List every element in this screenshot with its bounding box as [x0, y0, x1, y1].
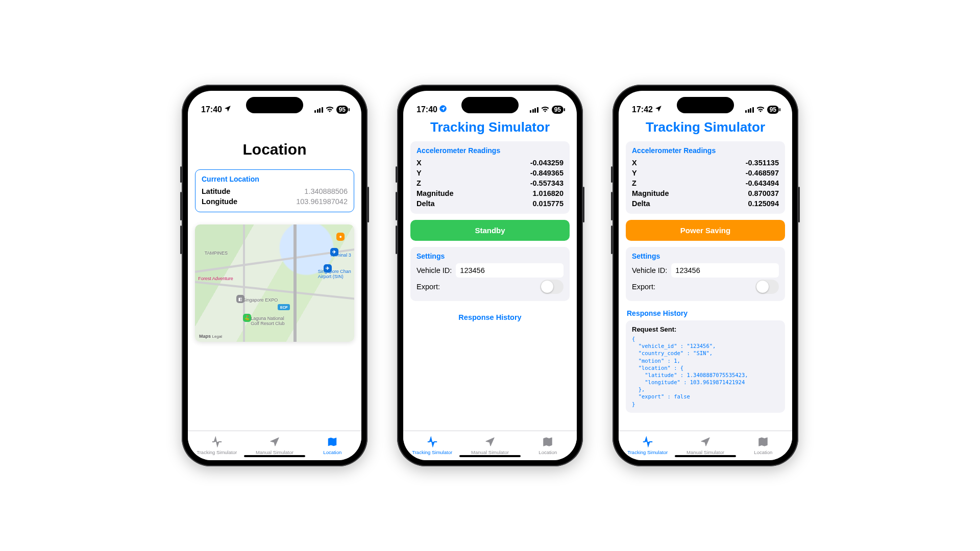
tab-label: Manual Simulator: [471, 449, 509, 455]
export-label: Export:: [416, 283, 440, 291]
phone-tracking-powersaving: 17:42 95 Tracking Simulator Acceleromete…: [612, 85, 798, 466]
map-icon: [542, 436, 554, 448]
map-view[interactable]: TAMPINES Forest Adventure Singapore EXPO…: [195, 224, 354, 342]
export-label: Export:: [632, 283, 655, 291]
map-pin-terminal[interactable]: ✈: [330, 248, 338, 256]
status-button[interactable]: Standby: [410, 220, 570, 241]
phone-location: 17:40 95 Location Current Location Latit…: [182, 85, 368, 466]
dynamic-island: [246, 97, 303, 113]
tab-label: Location: [538, 449, 557, 455]
accel-row-delta: Delta0.015775: [416, 198, 564, 209]
vehicle-id-input[interactable]: [671, 263, 779, 278]
settings-card: Settings Vehicle ID: Export:: [410, 247, 570, 301]
status-time: 17:40: [416, 105, 437, 114]
vehicle-id-label: Vehicle ID:: [416, 266, 452, 274]
tab-location[interactable]: Location: [304, 431, 361, 460]
longitude-label: Longitude: [202, 197, 237, 206]
accel-row-y: Y-0.849365: [416, 168, 564, 178]
accel-row-x: X-0.043259: [416, 158, 564, 168]
wifi-icon: [541, 105, 549, 114]
map-pin-airport[interactable]: ✈: [324, 264, 332, 272]
vehicle-id-input[interactable]: [456, 263, 564, 278]
request-sent-title: Request Sent:: [632, 325, 779, 333]
vehicle-id-row: Vehicle ID:: [416, 263, 564, 278]
battery-indicator: 95: [336, 106, 348, 114]
status-time: 17:42: [632, 105, 653, 114]
cellular-signal-icon: [314, 107, 323, 113]
cellular-signal-icon: [745, 107, 754, 113]
location-services-icon: [655, 105, 662, 114]
activity-icon: [642, 436, 654, 448]
tab-tracking-simulator[interactable]: Tracking Simulator: [619, 431, 676, 460]
tab-label: Tracking Simulator: [627, 449, 668, 455]
battery-indicator: 95: [552, 106, 564, 114]
map-icon: [757, 436, 769, 448]
accel-row-x: X-0.351135: [632, 158, 779, 168]
latitude-label: Latitude: [202, 187, 230, 195]
tab-label: Manual Simulator: [687, 449, 724, 455]
map-label-airport: Singapore Chan Airport (SIN): [318, 269, 351, 279]
card-title: Settings: [416, 252, 564, 260]
battery-indicator: 95: [767, 106, 779, 114]
accel-row-y: Y-0.468597: [632, 168, 779, 178]
status-button[interactable]: Power Saving: [626, 220, 785, 241]
activity-icon: [211, 436, 223, 448]
dynamic-island: [677, 97, 734, 113]
longitude-row: Longitude 103.961987042: [202, 196, 348, 207]
vehicle-id-row: Vehicle ID:: [632, 263, 779, 278]
response-history-title: Response History: [627, 309, 784, 317]
map-attribution: Maps Legal: [199, 334, 222, 339]
activity-icon: [426, 436, 438, 448]
map-label-forest: Forest Adventure: [198, 276, 233, 281]
current-location-card: Current Location Latitude 1.340888506 Lo…: [195, 169, 354, 212]
location-services-icon: [224, 105, 231, 114]
latitude-value: 1.340888506: [304, 187, 348, 195]
map-pin-golf[interactable]: ⛳: [243, 314, 251, 322]
navigation-icon: [699, 436, 712, 448]
map-label-tampines: TAMPINES: [205, 251, 228, 256]
page-title: Location: [195, 141, 354, 158]
response-history-link[interactable]: Response History: [410, 313, 570, 321]
export-toggle[interactable]: [755, 280, 779, 294]
map-pin-expo[interactable]: ◧: [236, 295, 244, 303]
tab-label: Tracking Simulator: [197, 449, 237, 455]
latitude-row: Latitude 1.340888506: [202, 186, 348, 196]
map-label-laguna: Laguna National Golf Resort Club: [251, 316, 285, 326]
map-label-expo: Singapore EXPO: [243, 297, 278, 303]
page-title: Tracking Simulator: [410, 119, 570, 135]
export-toggle[interactable]: [540, 280, 564, 294]
wifi-icon: [326, 105, 334, 114]
status-time: 17:40: [201, 105, 222, 114]
tab-label: Location: [323, 449, 341, 455]
tab-tracking-simulator[interactable]: Tracking Simulator: [188, 431, 246, 460]
location-services-active-icon: [439, 105, 447, 114]
export-row: Export:: [416, 280, 564, 294]
phone-tracking-standby: 17:40 95 Tracking Simulator Acceleromete…: [397, 85, 583, 466]
navigation-icon: [268, 436, 281, 448]
map-icon: [326, 436, 338, 448]
request-sent-card: Request Sent: { "vehicle_id" : "123456",…: [626, 320, 785, 413]
accel-row-z: Z-0.557343: [416, 178, 564, 188]
tab-location[interactable]: Location: [519, 431, 577, 460]
cellular-signal-icon: [530, 107, 538, 113]
map-pin-orange[interactable]: ●: [336, 233, 345, 241]
accel-row-magnitude: Magnitude0.870037: [632, 188, 779, 198]
wifi-icon: [756, 105, 765, 114]
home-indicator[interactable]: [244, 455, 305, 457]
navigation-icon: [484, 436, 496, 448]
home-indicator[interactable]: [675, 455, 736, 457]
accel-row-z: Z-0.643494: [632, 178, 779, 188]
vehicle-id-label: Vehicle ID:: [632, 266, 667, 274]
tab-location[interactable]: Location: [734, 431, 792, 460]
home-indicator[interactable]: [459, 455, 521, 457]
card-title: Settings: [632, 252, 779, 260]
accel-row-magnitude: Magnitude1.016820: [416, 188, 564, 198]
accelerometer-card: Accelerometer Readings X-0.043259 Y-0.84…: [410, 141, 570, 214]
longitude-value: 103.961987042: [296, 197, 348, 206]
map-badge-ecp[interactable]: ECP: [278, 304, 290, 310]
tab-label: Manual Simulator: [256, 449, 293, 455]
accelerometer-card: Accelerometer Readings X-0.351135 Y-0.46…: [626, 141, 785, 214]
tab-label: Tracking Simulator: [412, 449, 452, 455]
tab-tracking-simulator[interactable]: Tracking Simulator: [403, 431, 461, 460]
tab-label: Location: [754, 449, 772, 455]
